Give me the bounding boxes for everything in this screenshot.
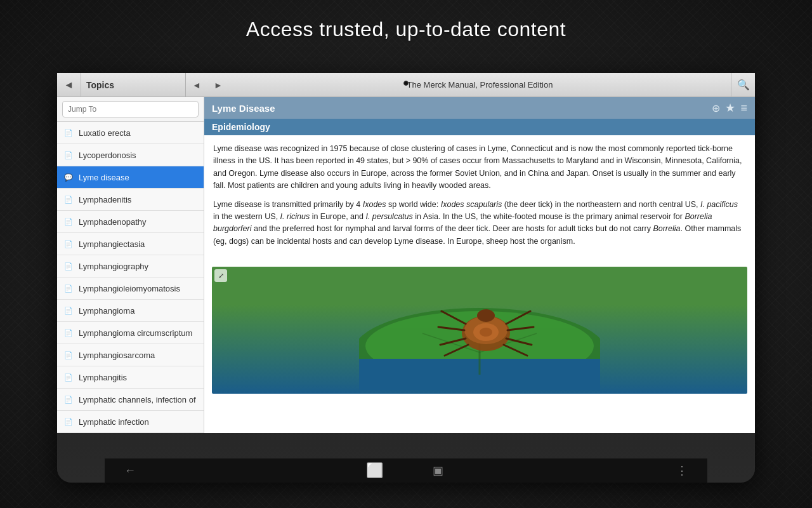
app-nav-bar: ◄ Topics ◄ ► The Merck Manual, Professio… <box>57 73 755 97</box>
android-home-icon: ⬜ <box>366 462 383 479</box>
sidebar-item-lymphadenitis[interactable]: 📄Lymphadenitis <box>57 189 204 211</box>
tablet-shell: ◄ Topics ◄ ► The Merck Manual, Professio… <box>57 73 755 483</box>
android-back-icon: ← <box>124 464 136 478</box>
sidebar-item-label: Lymphangioleiomyomatosis <box>79 284 180 293</box>
svg-point-8 <box>477 309 495 322</box>
android-nav-right: ⋮ <box>669 461 695 480</box>
sidebar-item-lymphangiectasia[interactable]: 📄Lymphangiectasia <box>57 233 204 255</box>
paragraph-1: Lyme disease was recognized in 1975 beca… <box>213 143 746 192</box>
sidebar-item-lyme-disease[interactable]: 💬Lyme disease <box>57 166 204 189</box>
book-title: The Merck Manual, Professional Edition <box>407 80 553 90</box>
sidebar-item-lymphangioleiomyomatosis[interactable]: 📄Lymphangioleiomyomatosis <box>57 277 204 300</box>
sidebar-search-container <box>57 97 204 122</box>
tick-image: ⤢ <box>212 267 747 394</box>
tick-illustration <box>359 270 600 391</box>
expand-image-button[interactable]: ⤢ <box>214 269 227 282</box>
sidebar-item-lymphatic-channels-infection[interactable]: 📄Lymphatic channels, infection of <box>57 389 204 411</box>
document-icon: 📄 <box>63 394 74 404</box>
sidebar-item-label: Lymphatic channels, infection of <box>79 395 196 404</box>
sidebar-item-label: Lymphangiography <box>79 262 148 271</box>
sidebar-item-lymphangitis[interactable]: 📄Lymphangitis <box>57 366 204 389</box>
sidebar-item-label: Lymphatic infection <box>79 417 149 427</box>
article-title: Lyme Disease <box>212 103 275 114</box>
jump-to-input[interactable] <box>62 101 199 117</box>
sidebar-item-label: Lymphangioma <box>79 306 134 316</box>
back-arrow-icon: ◄ <box>64 79 74 91</box>
topics-list: 📄Luxatio erecta📄Lycoperdonosis💬Lyme dise… <box>57 122 204 433</box>
document-icon: 📄 <box>63 283 74 293</box>
sidebar-item-lymphangiography[interactable]: 📄Lymphangiography <box>57 255 204 277</box>
android-more-icon: ⋮ <box>676 464 688 478</box>
sidebar-item-lymphangioma[interactable]: 📄Lymphangioma <box>57 300 204 322</box>
android-nav-center: ⬜ ▣ <box>362 461 450 480</box>
android-home-button[interactable]: ⬜ <box>362 461 387 480</box>
prev-icon: ◄ <box>192 80 201 90</box>
document-icon: 📄 <box>63 261 74 271</box>
document-icon: 📄 <box>63 417 74 427</box>
sidebar-back-button[interactable]: ◄ <box>57 73 81 97</box>
sidebar-item-lymphangiosarcoma[interactable]: 📄Lymphangiosarcoma <box>57 344 204 366</box>
document-icon: 📄 <box>63 217 74 227</box>
article-header-bar: Lyme Disease ⊕ ★ ≡ <box>204 97 755 119</box>
bookmark-button[interactable]: ★ <box>725 101 735 115</box>
sidebar-item-label: Lymphadenopathy <box>79 217 147 227</box>
content-next-button[interactable]: ► <box>207 74 229 96</box>
android-back-button[interactable]: ← <box>117 461 143 480</box>
sidebar-item-label: Luxatio erecta <box>79 128 131 138</box>
android-more-button[interactable]: ⋮ <box>669 461 695 480</box>
android-nav-bar: ← ⬜ ▣ ⋮ <box>105 458 707 483</box>
document-icon: 📄 <box>63 372 74 382</box>
content-prev-button[interactable]: ◄ <box>186 74 207 96</box>
sidebar-item-label: Lyme disease <box>79 173 129 182</box>
search-icon: 🔍 <box>737 79 750 91</box>
app-body: 📄Luxatio erecta📄Lycoperdonosis💬Lyme dise… <box>57 97 755 433</box>
sidebar-item-lymphatic-infection[interactable]: 📄Lymphatic infection <box>57 411 204 433</box>
document-icon: 📄 <box>63 194 74 204</box>
tick-image-container: ⤢ <box>212 267 747 394</box>
sidebar-item-lymphadenopathy[interactable]: 📄Lymphadenopathy <box>57 211 204 233</box>
article-actions: ⊕ ★ ≡ <box>712 101 747 115</box>
nav-title-section: The Merck Manual, Professional Edition <box>229 80 731 90</box>
section-title: Epidemiology <box>204 119 755 135</box>
sidebar-item-lycoperdonosis[interactable]: 📄Lycoperdonosis <box>57 144 204 166</box>
sidebar-item-label: Lycoperdonosis <box>79 150 136 160</box>
sidebar-item-label: Lymphangiectasia <box>79 239 145 249</box>
svg-point-18 <box>480 328 492 337</box>
android-recent-icon: ▣ <box>433 464 443 478</box>
document-icon: 💬 <box>63 172 74 182</box>
next-icon: ► <box>214 80 223 90</box>
document-icon: 📄 <box>63 350 74 360</box>
search-button[interactable]: 🔍 <box>731 73 755 97</box>
sidebar-item-lymphangioma-circumscriptum[interactable]: 📄Lymphangioma circumscriptum <box>57 322 204 344</box>
paragraph-2: Lyme disease is transmitted primarily by… <box>213 199 746 248</box>
sidebar: 📄Luxatio erecta📄Lycoperdonosis💬Lyme dise… <box>57 97 204 433</box>
content-body: Lyme disease was recognized in 1975 beca… <box>204 135 755 262</box>
sidebar-item-label: Lymphangioma circumscriptum <box>79 328 192 338</box>
content-area: Lyme Disease ⊕ ★ ≡ Epidemiology Lyme dis… <box>204 97 755 433</box>
menu-button[interactable]: ≡ <box>740 102 747 115</box>
android-recent-button[interactable]: ▣ <box>425 461 450 480</box>
page-title: Access trusted, up-to-date content <box>0 0 812 55</box>
sidebar-item-luxatio-erecta[interactable]: 📄Luxatio erecta <box>57 122 204 144</box>
share-button[interactable]: ⊕ <box>712 102 720 114</box>
sidebar-item-label: Lymphangiosarcoma <box>79 351 155 360</box>
document-icon: 📄 <box>63 150 74 160</box>
document-icon: 📄 <box>63 239 74 249</box>
document-icon: 📄 <box>63 328 74 338</box>
document-icon: 📄 <box>63 128 74 138</box>
document-icon: 📄 <box>63 305 74 316</box>
sidebar-title-label: Topics <box>86 80 114 90</box>
sidebar-item-label: Lymphangitis <box>79 373 127 382</box>
sidebar-item-label: Lymphadenitis <box>79 195 131 204</box>
